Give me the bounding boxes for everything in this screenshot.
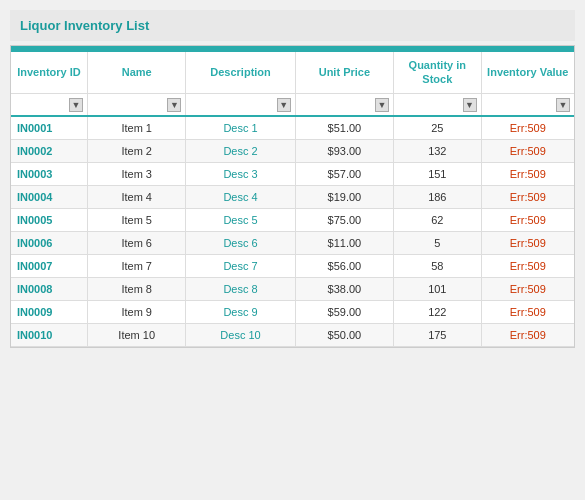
cell-id: IN0008 bbox=[11, 277, 88, 300]
cell-id: IN0005 bbox=[11, 208, 88, 231]
filter-inv[interactable]: ▼ bbox=[481, 93, 574, 116]
table-row: IN0010Item 10Desc 10$50.00175Err:509 bbox=[11, 323, 574, 346]
cell-price: $38.00 bbox=[295, 277, 393, 300]
cell-name: Item 7 bbox=[88, 254, 186, 277]
filter-id[interactable]: ▼ bbox=[11, 93, 88, 116]
cell-price: $51.00 bbox=[295, 116, 393, 140]
cell-desc: Desc 5 bbox=[186, 208, 295, 231]
cell-desc: Desc 6 bbox=[186, 231, 295, 254]
cell-name: Item 6 bbox=[88, 231, 186, 254]
cell-price: $57.00 bbox=[295, 162, 393, 185]
cell-price: $75.00 bbox=[295, 208, 393, 231]
cell-price: $56.00 bbox=[295, 254, 393, 277]
cell-inv: Err:509 bbox=[481, 300, 574, 323]
cell-qty: 132 bbox=[394, 139, 481, 162]
cell-inv: Err:509 bbox=[481, 254, 574, 277]
table-header-row: Inventory ID Name Description Unit Price… bbox=[11, 52, 574, 93]
cell-qty: 58 bbox=[394, 254, 481, 277]
cell-desc: Desc 7 bbox=[186, 254, 295, 277]
cell-name: Item 8 bbox=[88, 277, 186, 300]
cell-name: Item 1 bbox=[88, 116, 186, 140]
cell-price: $59.00 bbox=[295, 300, 393, 323]
table-row: IN0001Item 1Desc 1$51.0025Err:509 bbox=[11, 116, 574, 140]
table-row: IN0002Item 2Desc 2$93.00132Err:509 bbox=[11, 139, 574, 162]
cell-id: IN0010 bbox=[11, 323, 88, 346]
table-row: IN0008Item 8Desc 8$38.00101Err:509 bbox=[11, 277, 574, 300]
table-row: IN0004Item 4Desc 4$19.00186Err:509 bbox=[11, 185, 574, 208]
cell-name: Item 3 bbox=[88, 162, 186, 185]
col-header-id: Inventory ID bbox=[11, 52, 88, 93]
filter-desc[interactable]: ▼ bbox=[186, 93, 295, 116]
filter-dropdown-inv[interactable]: ▼ bbox=[556, 98, 570, 112]
cell-price: $11.00 bbox=[295, 231, 393, 254]
cell-price: $19.00 bbox=[295, 185, 393, 208]
cell-id: IN0006 bbox=[11, 231, 88, 254]
cell-inv: Err:509 bbox=[481, 277, 574, 300]
filter-dropdown-qty[interactable]: ▼ bbox=[463, 98, 477, 112]
cell-desc: Desc 10 bbox=[186, 323, 295, 346]
cell-qty: 62 bbox=[394, 208, 481, 231]
cell-desc: Desc 8 bbox=[186, 277, 295, 300]
cell-price: $93.00 bbox=[295, 139, 393, 162]
table-row: IN0006Item 6Desc 6$11.005Err:509 bbox=[11, 231, 574, 254]
cell-qty: 5 bbox=[394, 231, 481, 254]
page-wrapper: Liquor Inventory List Inventory ID Name … bbox=[0, 0, 585, 500]
cell-desc: Desc 9 bbox=[186, 300, 295, 323]
cell-id: IN0002 bbox=[11, 139, 88, 162]
col-header-inv: Inventory Value bbox=[481, 52, 574, 93]
col-header-desc: Description bbox=[186, 52, 295, 93]
col-header-qty: Quantity in Stock bbox=[394, 52, 481, 93]
col-header-name: Name bbox=[88, 52, 186, 93]
cell-qty: 25 bbox=[394, 116, 481, 140]
cell-price: $50.00 bbox=[295, 323, 393, 346]
cell-desc: Desc 3 bbox=[186, 162, 295, 185]
cell-name: Item 4 bbox=[88, 185, 186, 208]
cell-qty: 122 bbox=[394, 300, 481, 323]
cell-desc: Desc 1 bbox=[186, 116, 295, 140]
cell-qty: 175 bbox=[394, 323, 481, 346]
inventory-table: Inventory ID Name Description Unit Price… bbox=[11, 52, 574, 347]
cell-inv: Err:509 bbox=[481, 116, 574, 140]
table-body: IN0001Item 1Desc 1$51.0025Err:509IN0002I… bbox=[11, 116, 574, 347]
table-row: IN0005Item 5Desc 5$75.0062Err:509 bbox=[11, 208, 574, 231]
cell-id: IN0001 bbox=[11, 116, 88, 140]
cell-inv: Err:509 bbox=[481, 323, 574, 346]
cell-name: Item 9 bbox=[88, 300, 186, 323]
filter-name[interactable]: ▼ bbox=[88, 93, 186, 116]
table-row: IN0009Item 9Desc 9$59.00122Err:509 bbox=[11, 300, 574, 323]
cell-inv: Err:509 bbox=[481, 185, 574, 208]
filter-qty[interactable]: ▼ bbox=[394, 93, 481, 116]
cell-inv: Err:509 bbox=[481, 208, 574, 231]
table-container: Inventory ID Name Description Unit Price… bbox=[10, 45, 575, 348]
table-filter-row: ▼ ▼ ▼ ▼ ▼ ▼ bbox=[11, 93, 574, 116]
cell-qty: 186 bbox=[394, 185, 481, 208]
cell-desc: Desc 4 bbox=[186, 185, 295, 208]
cell-desc: Desc 2 bbox=[186, 139, 295, 162]
cell-id: IN0003 bbox=[11, 162, 88, 185]
title-bar: Liquor Inventory List bbox=[10, 10, 575, 41]
page-title: Liquor Inventory List bbox=[20, 18, 149, 33]
filter-dropdown-name[interactable]: ▼ bbox=[167, 98, 181, 112]
cell-name: Item 5 bbox=[88, 208, 186, 231]
cell-id: IN0004 bbox=[11, 185, 88, 208]
cell-name: Item 10 bbox=[88, 323, 186, 346]
col-header-price: Unit Price bbox=[295, 52, 393, 93]
cell-qty: 151 bbox=[394, 162, 481, 185]
cell-id: IN0009 bbox=[11, 300, 88, 323]
filter-dropdown-id[interactable]: ▼ bbox=[69, 98, 83, 112]
cell-inv: Err:509 bbox=[481, 139, 574, 162]
filter-price[interactable]: ▼ bbox=[295, 93, 393, 116]
filter-dropdown-price[interactable]: ▼ bbox=[375, 98, 389, 112]
table-row: IN0003Item 3Desc 3$57.00151Err:509 bbox=[11, 162, 574, 185]
cell-inv: Err:509 bbox=[481, 162, 574, 185]
cell-name: Item 2 bbox=[88, 139, 186, 162]
filter-dropdown-desc[interactable]: ▼ bbox=[277, 98, 291, 112]
cell-id: IN0007 bbox=[11, 254, 88, 277]
cell-inv: Err:509 bbox=[481, 231, 574, 254]
table-row: IN0007Item 7Desc 7$56.0058Err:509 bbox=[11, 254, 574, 277]
cell-qty: 101 bbox=[394, 277, 481, 300]
